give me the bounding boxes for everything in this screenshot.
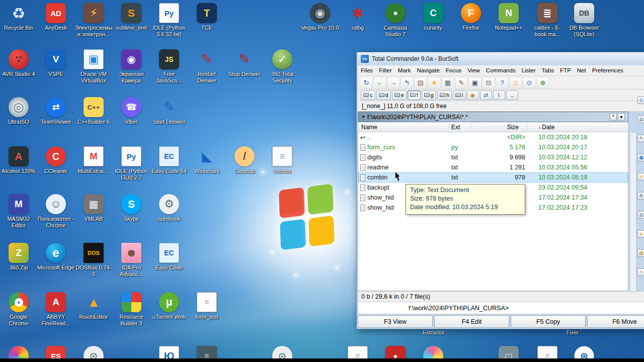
desktop-icon-risoheditor[interactable]: ▲RisohEditor (74, 292, 113, 320)
desktop-icon-abbyy-finereader[interactable]: AABBYY FineRead... (37, 292, 75, 327)
path-bar[interactable]: ▼ f:\work\2024\PYTH\PLAN_CURSA\*.* * ▾ (358, 112, 628, 122)
desktop-icon-db-browser-sqlite[interactable]: DBDB Browser (SQLite) (565, 3, 603, 38)
desktop-icon-calibre[interactable]: ≣calibre - E-book ma... (528, 3, 567, 38)
desktop-icon-idle-python-36[interactable]: PyIDLE (Python 3.6 32-bit) (150, 3, 188, 38)
file-row[interactable]: readmetxt1 29110.03.2024 05:56 (358, 162, 628, 172)
desktop-icon-vmlab[interactable]: ▦VMLAB (74, 194, 113, 222)
menu-focus[interactable]: Focus (443, 67, 464, 73)
edit-button[interactable]: ✎ (455, 77, 468, 88)
menu-lister[interactable]: Lister (519, 67, 539, 73)
folder-tree-button[interactable]: ▤ (414, 77, 427, 88)
menu-tabs[interactable]: Tabs (539, 67, 557, 73)
menu-view[interactable]: View (464, 67, 483, 73)
network-button[interactable]: ⊕ (536, 77, 549, 88)
menu-preferences[interactable]: Preferences (589, 67, 626, 73)
desktop-icon-google-chrome[interactable]: ●Google Chrome (0, 292, 38, 327)
desktop-icon-odbg[interactable]: ✱odbg (339, 3, 377, 31)
desktop-icon-zip-360[interactable]: Z360 Zip (0, 243, 38, 271)
drive-e-button[interactable]: e (392, 90, 407, 100)
split-view-button[interactable]: ▦ (441, 77, 454, 88)
column-header-date[interactable]: ↓Date (527, 124, 628, 131)
column-header-ext[interactable]: Ext (449, 124, 472, 131)
desktop-icon-start-denwer[interactable]: ✎Start Denwer (150, 97, 188, 125)
search-button[interactable]: ⊙ (523, 77, 536, 88)
side-folder-button[interactable]: ▧ (637, 249, 644, 257)
menu-files[interactable]: Files (358, 67, 376, 73)
desktop-icon-ultraiso[interactable]: ◎UltraISO (0, 97, 38, 125)
side-star-button[interactable]: ★ (637, 230, 644, 238)
important-button[interactable]: ⚠ (509, 77, 522, 88)
desktop-icon-virtualbox[interactable]: ▣Oracle VM VirtualBox (74, 49, 113, 84)
drive-d-button[interactable]: d (376, 90, 391, 100)
path-history-button[interactable]: ▾ (618, 113, 625, 121)
desktop-icon-multiextractor[interactable]: MMultiExtrac... (74, 146, 113, 174)
refresh-button[interactable]: ↻ (360, 77, 373, 88)
help-button[interactable]: ? (496, 77, 509, 88)
desktop-icon-cpp-builder[interactable]: C++C++Builder 6 (74, 97, 113, 125)
drive-i-button[interactable]: i (453, 90, 465, 100)
desktop-icon-camtasia-studio[interactable]: ●Camtasia Studio 7 (376, 3, 415, 38)
command-line[interactable]: f:\work\2024\PYTH\PLAN_CURSA> (358, 302, 644, 314)
desktop-icon-notebook[interactable]: ⚙notebook (150, 194, 188, 222)
pack-button[interactable]: ▣ (468, 77, 481, 88)
column-header-name[interactable]: Name (358, 124, 449, 131)
side-mail-button[interactable]: ✉ (637, 173, 644, 180)
fkey-f3-button[interactable]: F3 View (358, 315, 433, 328)
desktop-icon-restart-denwer[interactable]: ✎Restart Denwer (188, 49, 226, 84)
fkey-f4-button[interactable]: F4 Edit (434, 315, 509, 328)
desktop-icon-ccleaner[interactable]: CCCleaner (37, 146, 75, 174)
menu-commands[interactable]: Commands (483, 67, 519, 73)
drive-f-button[interactable]: f (408, 90, 421, 100)
desktop-icon-electro-schemes[interactable]: ⚡Электросхемы и электрон... (74, 3, 113, 38)
favorites-button[interactable]: ★ (428, 77, 441, 88)
desktop-icon-sublime-text[interactable]: Ssublime_text (112, 3, 150, 31)
file-row[interactable]: digitstxt9 69810.03.2024 12:12 (358, 152, 628, 162)
compare-button[interactable]: ⊟ (482, 77, 495, 88)
side-search-button[interactable]: ⊙ (637, 97, 644, 104)
desktop-icon-recycle-bin[interactable]: ♻Recycle Bin (0, 3, 38, 31)
desktop-icon-user-chrome[interactable]: ☺Пользовател - Chrome (37, 194, 75, 229)
forward-button[interactable]: → (387, 77, 400, 88)
parent-dir-button[interactable]: .. (506, 90, 518, 100)
column-header-size[interactable]: Size (472, 124, 527, 131)
desktop-icon-vspe[interactable]: VVSPE (37, 49, 75, 77)
file-row[interactable]: combintxt97810.03.2024 05:19 (358, 172, 628, 183)
desktop-icon-tce[interactable]: TTCE (188, 3, 226, 31)
menu-navigate[interactable]: Navigate (414, 67, 442, 73)
desktop-icon-screen-camera[interactable]: ◉Экранная Камера (112, 49, 150, 84)
desktop-icon-curanty[interactable]: Ccuranty (414, 3, 452, 31)
desktop-icon-vegas-pro[interactable]: ◉Vegas Pro 10.0 (301, 3, 339, 31)
desktop-icon-notepad-plus-plus[interactable]: NNotepad++ (490, 3, 528, 31)
menu-net[interactable]: Net (574, 67, 589, 73)
fkey-f6-button[interactable]: F6 Move (587, 315, 644, 328)
menu-filter[interactable]: Filter (376, 67, 395, 73)
desktop-icon-wireshark[interactable]: ◣Wireshark (188, 146, 226, 174)
desktop-icon-stop-denwer[interactable]: ✎Stop Denwer (225, 49, 264, 77)
desktop-icon-firefox[interactable]: FFirefox (452, 3, 490, 31)
desktop-icon-free-javascript[interactable]: JSFree JavaScri... (150, 49, 188, 84)
side-gear-button[interactable]: ⚙ (637, 192, 644, 200)
desktop-icon-alcohol-120[interactable]: AAlcohol 120% (0, 146, 38, 174)
side-grid-button[interactable]: ▦ (637, 154, 644, 161)
drive-c-button[interactable]: c (361, 90, 375, 100)
desktop-icon-idle-python-27[interactable]: PyIDLE (Python GUI) 2.7 (112, 146, 150, 181)
side-plus-button[interactable]: + (637, 268, 644, 276)
desktop-icon-dosbox[interactable]: DOSDOSBox 0.74-3 (74, 243, 113, 278)
desktop-icon-easy-code[interactable]: ECEasy Code (150, 243, 188, 271)
side-doc-button[interactable]: ▤ (637, 116, 644, 123)
desktop-icon-masm32-editor[interactable]: MMASM32 Editor (0, 194, 38, 229)
desktop-icon-resource-builder[interactable]: Resource Builder 3 (112, 292, 150, 327)
desktop-icon-teamviewer[interactable]: ⇄TeamViewer (37, 97, 75, 125)
fkey-f5-button[interactable]: F5 Copy (511, 315, 586, 328)
scrollbar[interactable] (630, 132, 636, 292)
root-dir-button[interactable]: \ (493, 90, 505, 100)
side-page-button[interactable]: ▥ (637, 211, 644, 219)
drive-g-button[interactable]: g (422, 90, 436, 100)
path-favorites-button[interactable]: * (610, 113, 617, 121)
desktop-icon-avr-studio[interactable]: ∵AVR Studio 4 (0, 49, 38, 77)
menu-mark[interactable]: Mark (395, 67, 414, 73)
cdrom-button[interactable]: ◉ (467, 90, 479, 100)
desktop-icon-cleanup[interactable]: /Cleanup (225, 146, 264, 174)
menu-ftp[interactable]: FTP (557, 67, 574, 73)
back-button[interactable]: ← (373, 77, 386, 88)
